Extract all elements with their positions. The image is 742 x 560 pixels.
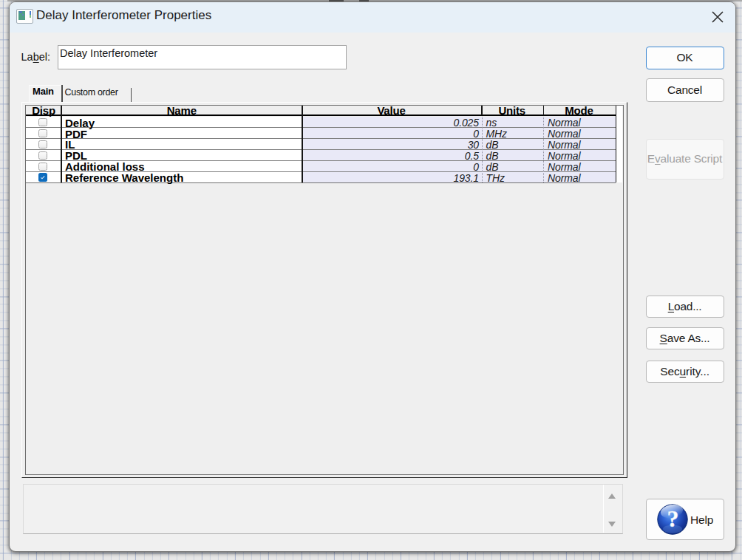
svg-text:?: ? — [667, 505, 678, 532]
